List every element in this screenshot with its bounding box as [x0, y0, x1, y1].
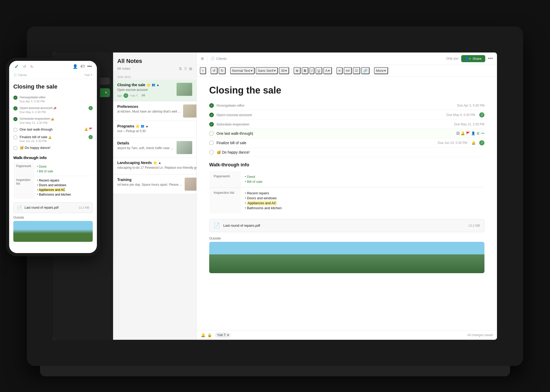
topbar-right: Only you 👤+ Share •••	[446, 55, 493, 62]
phone-task-walkthrough[interactable]: One last walk-through 🔔 🚩	[13, 126, 93, 133]
phone-task-renegotiate[interactable]: Renegotiate offer Due Apr 3, 5:30 PM	[13, 94, 93, 104]
check-icon[interactable]	[13, 146, 17, 150]
bill-of-sale-link[interactable]: Bill of sale	[247, 180, 262, 184]
phone-task-bill[interactable]: Finalize bill of sale 🔔 Due Jun 24, 5:30…	[13, 133, 93, 144]
phone-note-title: Closing the sale	[13, 83, 93, 90]
inspection-label: Inspection list	[209, 187, 241, 214]
note-preview: nd twice per day. Space hours apart. Ple…	[117, 183, 182, 186]
person-icon[interactable]: 👤	[73, 64, 78, 69]
attachment[interactable]: 📄 Last round of repairs.pdf 13.2 MB	[209, 219, 484, 232]
more-button[interactable]: •••	[488, 56, 493, 61]
color-button[interactable]: A ▾	[323, 67, 332, 74]
bell-icon[interactable]: 🔔	[461, 131, 465, 135]
paperwork-value: Deed Bill of sale	[34, 162, 93, 176]
add-button[interactable]: +	[200, 67, 206, 74]
delete-icon[interactable]: 🗑	[476, 131, 480, 135]
share-button[interactable]: 👤+ Share	[461, 55, 485, 62]
chevron-icon: ▾	[328, 69, 330, 73]
check-icon[interactable]	[209, 113, 214, 117]
separator	[372, 68, 372, 73]
deed-link[interactable]: Deed	[39, 165, 46, 168]
phone-attachment[interactable]: 📄 Last round of repairs.pdf 13.2 MB	[13, 202, 93, 213]
task-escrow[interactable]: Open escrow account Due May 4, 4:30 PM J	[209, 110, 484, 120]
layout-icon[interactable]: ⊞	[189, 67, 192, 71]
undo-icon[interactable]: ↺	[23, 65, 26, 69]
task-walkthrough[interactable]: One last walk-through| 🖼 🔔 🚩 👤 🗑 •••	[209, 129, 484, 138]
task-text: 🥳 Do happy dance!	[217, 150, 484, 154]
note-item-programs[interactable]: Programs ⭐ 👥 ▲ nce – Pickup at 5:30	[113, 121, 196, 138]
deed-link[interactable]: Deed	[247, 175, 255, 179]
redo-icon[interactable]: ↻	[30, 65, 33, 69]
note-thumbnail	[185, 178, 197, 191]
check-icon[interactable]	[209, 103, 214, 108]
note-item-details[interactable]: Details airport by 7am, soft, check traf…	[113, 138, 196, 157]
due-date: Due May 21, 2:30 PM	[454, 122, 484, 126]
bell-icon[interactable]: 🔔	[201, 333, 205, 337]
phone-content: Closing the sale Renegotiate offer Due A…	[9, 79, 97, 253]
user-tag: Yuki T.	[84, 73, 93, 77]
star-icon: ⭐	[153, 161, 157, 165]
undo-button[interactable]: ↺	[210, 67, 218, 74]
sort-icon[interactable]: ⇅	[179, 67, 182, 71]
redo-button[interactable]: ↻	[219, 67, 226, 74]
tag-icon[interactable]: 🏷	[80, 64, 85, 69]
progress-badge: 3/6	[140, 94, 147, 97]
list-button[interactable]: ≡	[336, 67, 343, 74]
phone-task-dance[interactable]: 🥳 Do happy dance!	[13, 144, 93, 152]
filter-icon[interactable]: ▽	[184, 67, 187, 71]
more-dropdown[interactable]: More ▾	[374, 67, 388, 74]
link-button[interactable]: 🔗	[361, 67, 370, 74]
check-icon[interactable]	[209, 122, 214, 127]
phone-task-escrow[interactable]: Open escrow account 📌 Due May 4, 4:30 PM…	[13, 104, 93, 115]
task-inspection[interactable]: Schedule inspection Due May 21, 2:30 PM	[209, 120, 484, 129]
check-icon[interactable]	[209, 150, 214, 155]
notes-tools: ⇅ ▽ ⊞	[179, 67, 192, 71]
task-renegotiate[interactable]: Renegotiate offer Due Apr 3, 5:30 PM	[209, 101, 484, 110]
task-text: Finalize bill of sale 🔔	[20, 135, 86, 139]
style-dropdown[interactable]: Normal Text ▾	[230, 67, 255, 74]
underline-button[interactable]: U	[315, 67, 322, 74]
user-icon[interactable]: 👤	[471, 131, 475, 135]
add-content-button[interactable]: ⊕	[294, 67, 301, 74]
checklist-button[interactable]: ☑	[353, 67, 360, 74]
inspection-label: Inspection list	[14, 176, 34, 199]
numlist-button[interactable]: ≡#	[344, 67, 352, 74]
check-icon[interactable]	[13, 128, 17, 132]
size-dropdown[interactable]: 30 ▾	[279, 67, 289, 74]
image-icon[interactable]: 🖼	[456, 131, 460, 135]
bold-button[interactable]: B	[302, 67, 308, 74]
note-item-landscaping[interactable]: Landscaping Needs ⭐ ▲ ndscaping to-do 17…	[113, 157, 196, 174]
check-icon[interactable]	[13, 106, 17, 110]
more-label: More	[376, 69, 384, 73]
note-title: Closing the sale	[209, 85, 484, 96]
flag-icon: 🚩	[89, 127, 93, 131]
note-item-preferences[interactable]: Preferences al kitchen. Must have an utt…	[113, 101, 196, 121]
note-item-closing-sale[interactable]: Closing the sale ⭐ 👥 ▲ Open escrow accou…	[113, 80, 196, 101]
flag-icon[interactable]: 🚩	[466, 131, 470, 135]
check-icon[interactable]	[209, 131, 214, 136]
lock-icon[interactable]: 🔒	[207, 333, 212, 337]
task-text: Finalize bill of sale	[217, 141, 435, 145]
italic-button[interactable]: I	[309, 67, 315, 74]
settings-icon[interactable]: ⊞	[201, 56, 204, 61]
check-icon[interactable]	[13, 96, 17, 100]
check-icon[interactable]	[209, 141, 214, 145]
more-icon[interactable]: •••	[481, 131, 484, 135]
table-row-paperwork: Paperwork Deed Bill of sale	[209, 171, 484, 187]
phone-task-inspection[interactable]: Schedule inspection 🔔 Due May 21, 2:30 P…	[13, 115, 93, 126]
bill-link[interactable]: Bill of sale	[39, 169, 53, 173]
pin-icon: ▲	[156, 83, 159, 86]
task-bill[interactable]: Finalize bill of sale Due Jun 24, 5:30 P…	[209, 138, 484, 148]
font-dropdown[interactable]: Sans Serif ▾	[256, 67, 278, 74]
note-item-training[interactable]: Training nd twice per day. Space hours a…	[113, 174, 196, 194]
due-date: Due Apr 3, 5:30 PM	[20, 100, 93, 103]
outside-image	[13, 221, 93, 242]
table-row: Paperwork Deed Bill of sale	[14, 162, 93, 176]
note-thumbnail	[177, 141, 192, 154]
check-icon[interactable]	[13, 135, 17, 139]
task-dance[interactable]: 🥳 Do happy dance!	[209, 148, 484, 157]
check-icon[interactable]	[13, 117, 17, 121]
user-selector[interactable]: Yuki T. ▾	[215, 332, 231, 338]
more-icon[interactable]: •••	[87, 64, 92, 69]
highlight-text: Appliances and AC	[247, 201, 277, 205]
